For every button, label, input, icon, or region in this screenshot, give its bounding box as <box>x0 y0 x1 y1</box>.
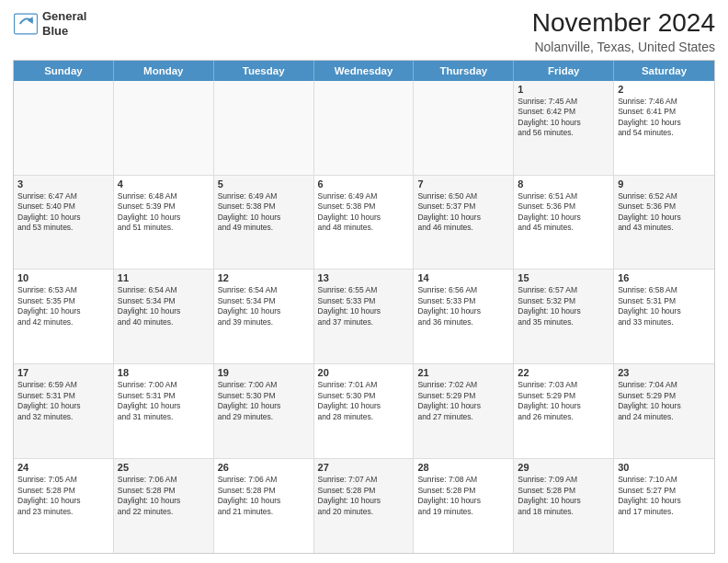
calendar-cell <box>214 81 314 175</box>
calendar-cell: 18Sunrise: 7:00 AM Sunset: 5:31 PM Dayli… <box>114 364 214 458</box>
calendar-body: 1Sunrise: 7:45 AM Sunset: 6:42 PM Daylig… <box>14 81 714 553</box>
day-number: 23 <box>618 367 711 378</box>
calendar-cell: 26Sunrise: 7:06 AM Sunset: 5:28 PM Dayli… <box>214 459 314 553</box>
calendar-cell: 25Sunrise: 7:06 AM Sunset: 5:28 PM Dayli… <box>114 459 214 553</box>
subtitle: Nolanville, Texas, United States <box>532 40 715 54</box>
calendar-cell: 24Sunrise: 7:05 AM Sunset: 5:28 PM Dayli… <box>14 459 114 553</box>
day-number: 29 <box>518 462 609 473</box>
calendar-cell: 2Sunrise: 7:46 AM Sunset: 6:41 PM Daylig… <box>614 81 714 175</box>
calendar-cell: 28Sunrise: 7:08 AM Sunset: 5:28 PM Dayli… <box>414 459 514 553</box>
calendar-cell: 19Sunrise: 7:00 AM Sunset: 5:30 PM Dayli… <box>214 364 314 458</box>
day-number: 2 <box>618 84 711 95</box>
day-number: 7 <box>417 178 509 190</box>
day-info: Sunrise: 7:08 AM Sunset: 5:28 PM Dayligh… <box>417 475 509 517</box>
calendar-cell: 30Sunrise: 7:10 AM Sunset: 5:27 PM Dayli… <box>614 459 714 553</box>
page: General Blue November 2024 Nolanville, T… <box>0 0 728 563</box>
day-info: Sunrise: 6:55 AM Sunset: 5:33 PM Dayligh… <box>318 285 410 327</box>
day-info: Sunrise: 7:06 AM Sunset: 5:28 PM Dayligh… <box>118 475 210 517</box>
day-info: Sunrise: 6:56 AM Sunset: 5:33 PM Dayligh… <box>417 285 509 327</box>
weekday-header: Tuesday <box>214 61 314 81</box>
day-info: Sunrise: 6:58 AM Sunset: 5:31 PM Dayligh… <box>618 285 711 327</box>
weekday-header: Friday <box>514 61 614 81</box>
day-number: 12 <box>218 272 310 283</box>
main-title: November 2024 <box>532 9 715 38</box>
day-number: 17 <box>17 367 109 378</box>
day-info: Sunrise: 7:02 AM Sunset: 5:29 PM Dayligh… <box>417 380 509 422</box>
day-number: 24 <box>17 462 109 473</box>
day-number: 30 <box>618 462 711 473</box>
day-number: 1 <box>518 84 609 95</box>
day-info: Sunrise: 6:57 AM Sunset: 5:32 PM Dayligh… <box>518 285 609 327</box>
calendar-cell: 23Sunrise: 7:04 AM Sunset: 5:29 PM Dayli… <box>614 364 714 458</box>
day-number: 25 <box>118 462 210 473</box>
day-info: Sunrise: 7:07 AM Sunset: 5:28 PM Dayligh… <box>318 475 410 517</box>
weekday-header: Monday <box>114 61 214 81</box>
calendar-cell: 9Sunrise: 6:52 AM Sunset: 5:36 PM Daylig… <box>614 176 714 270</box>
calendar-cell: 27Sunrise: 7:07 AM Sunset: 5:28 PM Dayli… <box>314 459 415 553</box>
calendar-cell: 17Sunrise: 6:59 AM Sunset: 5:31 PM Dayli… <box>14 364 114 458</box>
day-info: Sunrise: 7:09 AM Sunset: 5:28 PM Dayligh… <box>518 475 609 517</box>
day-info: Sunrise: 6:51 AM Sunset: 5:36 PM Dayligh… <box>518 191 609 234</box>
calendar-cell: 14Sunrise: 6:56 AM Sunset: 5:33 PM Dayli… <box>414 270 514 363</box>
calendar-cell: 13Sunrise: 6:55 AM Sunset: 5:33 PM Dayli… <box>314 270 415 363</box>
calendar-week: 17Sunrise: 6:59 AM Sunset: 5:31 PM Dayli… <box>14 364 714 459</box>
weekday-header: Wednesday <box>314 61 415 81</box>
day-number: 28 <box>417 462 509 473</box>
day-number: 6 <box>318 178 410 190</box>
day-number: 11 <box>118 272 210 283</box>
weekday-header: Thursday <box>414 61 514 81</box>
day-info: Sunrise: 6:54 AM Sunset: 5:34 PM Dayligh… <box>218 285 310 327</box>
calendar-cell: 15Sunrise: 6:57 AM Sunset: 5:32 PM Dayli… <box>514 270 614 363</box>
day-number: 22 <box>518 367 609 378</box>
day-info: Sunrise: 6:59 AM Sunset: 5:31 PM Dayligh… <box>17 380 109 422</box>
calendar-cell: 29Sunrise: 7:09 AM Sunset: 5:28 PM Dayli… <box>514 459 614 553</box>
calendar-header: SundayMondayTuesdayWednesdayThursdayFrid… <box>14 61 714 81</box>
calendar-cell: 11Sunrise: 6:54 AM Sunset: 5:34 PM Dayli… <box>114 270 214 363</box>
calendar-cell: 12Sunrise: 6:54 AM Sunset: 5:34 PM Dayli… <box>214 270 314 363</box>
logo-line1: General <box>42 9 86 24</box>
day-info: Sunrise: 6:49 AM Sunset: 5:38 PM Dayligh… <box>318 191 410 234</box>
day-info: Sunrise: 7:45 AM Sunset: 6:42 PM Dayligh… <box>518 97 609 139</box>
day-info: Sunrise: 6:52 AM Sunset: 5:36 PM Dayligh… <box>618 191 711 234</box>
calendar: SundayMondayTuesdayWednesdayThursdayFrid… <box>13 60 715 554</box>
day-info: Sunrise: 7:03 AM Sunset: 5:29 PM Dayligh… <box>518 380 609 422</box>
calendar-cell: 7Sunrise: 6:50 AM Sunset: 5:37 PM Daylig… <box>414 176 514 270</box>
day-info: Sunrise: 7:46 AM Sunset: 6:41 PM Dayligh… <box>618 97 711 139</box>
calendar-cell <box>314 81 415 175</box>
day-info: Sunrise: 6:54 AM Sunset: 5:34 PM Dayligh… <box>118 285 210 327</box>
calendar-cell: 4Sunrise: 6:48 AM Sunset: 5:39 PM Daylig… <box>114 176 214 270</box>
title-block: November 2024 Nolanville, Texas, United … <box>532 9 715 54</box>
logo: General Blue <box>13 9 86 38</box>
calendar-week: 1Sunrise: 7:45 AM Sunset: 6:42 PM Daylig… <box>14 81 714 176</box>
logo-line2: Blue <box>42 24 86 39</box>
logo-icon <box>13 11 39 37</box>
day-number: 26 <box>218 462 310 473</box>
day-number: 13 <box>318 272 410 283</box>
weekday-header: Sunday <box>14 61 114 81</box>
day-info: Sunrise: 6:49 AM Sunset: 5:38 PM Dayligh… <box>218 191 310 234</box>
day-info: Sunrise: 7:06 AM Sunset: 5:28 PM Dayligh… <box>218 475 310 517</box>
day-number: 20 <box>318 367 410 378</box>
calendar-cell: 3Sunrise: 6:47 AM Sunset: 5:40 PM Daylig… <box>14 176 114 270</box>
header: General Blue November 2024 Nolanville, T… <box>13 9 715 54</box>
day-number: 5 <box>218 178 310 190</box>
day-number: 3 <box>17 178 109 190</box>
day-number: 14 <box>417 272 509 283</box>
calendar-cell <box>14 81 114 175</box>
day-info: Sunrise: 7:05 AM Sunset: 5:28 PM Dayligh… <box>17 475 109 517</box>
calendar-week: 10Sunrise: 6:53 AM Sunset: 5:35 PM Dayli… <box>14 270 714 364</box>
day-info: Sunrise: 7:04 AM Sunset: 5:29 PM Dayligh… <box>618 380 711 422</box>
calendar-week: 24Sunrise: 7:05 AM Sunset: 5:28 PM Dayli… <box>14 459 714 553</box>
day-number: 16 <box>618 272 711 283</box>
day-info: Sunrise: 7:00 AM Sunset: 5:30 PM Dayligh… <box>218 380 310 422</box>
calendar-cell: 22Sunrise: 7:03 AM Sunset: 5:29 PM Dayli… <box>514 364 614 458</box>
calendar-cell: 21Sunrise: 7:02 AM Sunset: 5:29 PM Dayli… <box>414 364 514 458</box>
day-number: 18 <box>118 367 210 378</box>
calendar-cell: 1Sunrise: 7:45 AM Sunset: 6:42 PM Daylig… <box>514 81 614 175</box>
calendar-week: 3Sunrise: 6:47 AM Sunset: 5:40 PM Daylig… <box>14 176 714 270</box>
calendar-cell: 5Sunrise: 6:49 AM Sunset: 5:38 PM Daylig… <box>214 176 314 270</box>
calendar-cell <box>414 81 514 175</box>
day-number: 27 <box>318 462 410 473</box>
calendar-cell: 20Sunrise: 7:01 AM Sunset: 5:30 PM Dayli… <box>314 364 415 458</box>
day-info: Sunrise: 6:53 AM Sunset: 5:35 PM Dayligh… <box>17 285 109 327</box>
